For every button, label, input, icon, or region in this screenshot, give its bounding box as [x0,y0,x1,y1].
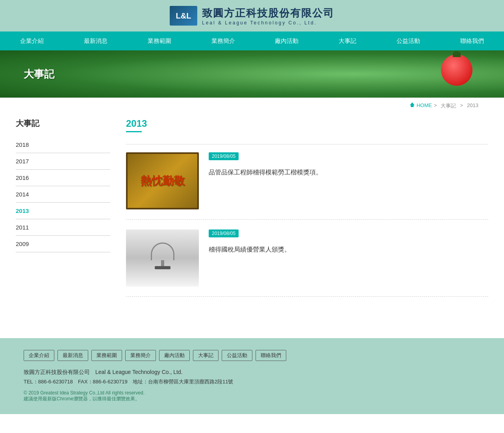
main-content: 2013 熱忱勤敬 2019/08/05 品管品保工程師稽得模範勞工楷模獎項。 [126,114,488,307]
logo-text: 致圓方正科技股份有限公司 Leal & League Technology Co… [202,6,334,26]
nav-item-charity[interactable]: 公益活動 [389,31,428,50]
sidebar-title: 大事記 [16,118,110,129]
article-info-1: 2019/08/05 品管品保工程師稽得模範勞工楷模獎項。 [209,152,488,209]
article-item: 2019/08/05 稽得國稅局績優營業人頒獎。 [126,229,488,297]
logo-icon: L&L [170,6,197,26]
sidebar-item-2018[interactable]: 2018 [16,137,110,153]
hero-banner: 大事記 [0,50,504,98]
footer-nav-services[interactable]: 業務範圍 [91,350,122,361]
footer-hint: 建議使用最新版Chrome瀏覽器，以獲得最佳瀏覽效果。 [24,396,480,402]
nav-item-news[interactable]: 最新消息 [76,31,115,50]
company-name-en: Leal & League Technology Co., Ltd. [202,20,334,26]
article-text-1: 品管品保工程師稽得模範勞工楷模獎項。 [209,167,488,178]
trophy-image [126,229,199,287]
footer-nav-news[interactable]: 最新消息 [57,350,88,361]
header: L&L 致圓方正科技股份有限公司 Leal & League Technolog… [0,0,504,31]
footer-nav-about[interactable]: 企業介紹 [24,350,54,361]
article-date-1: 2019/08/05 [209,152,239,160]
footer-nav-contact[interactable]: 聯絡我們 [256,350,286,361]
year-underline [126,131,142,132]
footer-nav-charity[interactable]: 公益活動 [222,350,252,361]
article-text-2: 稽得國稅局績優營業人頒獎。 [209,244,488,255]
sidebar-item-2009[interactable]: 2009 [16,236,110,252]
article-thumbnail-2 [126,229,199,287]
year-heading: 2013 [126,118,488,129]
company-name-cn: 致圓方正科技股份有限公司 [202,6,334,20]
nav-item-activities[interactable]: 廠內活動 [267,31,306,50]
article-thumbnail-1: 熱忱勤敬 [126,152,199,209]
article-info-2: 2019/08/05 稽得國稅局績優營業人頒獎。 [209,229,488,287]
hero-background [0,50,504,98]
sidebar-item-2013[interactable]: 2013 [16,203,110,219]
breadcrumb-home[interactable]: HOME [417,102,432,109]
nav-item-about[interactable]: 企業介紹 [12,31,52,50]
nav-item-contact[interactable]: 聯絡我們 [452,31,492,50]
top-divider [126,144,488,144]
logo-area: L&L 致圓方正科技股份有限公司 Leal & League Technolog… [170,6,334,26]
hero-title: 大事記 [24,67,54,81]
footer-nav-activities[interactable]: 廠內活動 [159,350,190,361]
breadcrumb-sep2: > [460,102,463,109]
trophy-cup [151,242,174,260]
breadcrumb-current: 2013 [467,102,478,109]
footer-contact: TEL：886-6-6230718 FAX：886-6-6230719 地址：台… [24,378,480,385]
breadcrumb-page: 大事記 [441,102,456,109]
footer-copyright: © 2019 Greatest Idea Strategy Co.,Ltd Al… [24,390,480,396]
logo-letters: L&L [176,11,191,20]
nav-item-milestones[interactable]: 大事記 [331,31,364,50]
article-date-2: 2019/08/05 [209,229,239,237]
sidebar-item-2011[interactable]: 2011 [16,219,110,236]
content-wrapper: 大事記 2018 2017 2016 2014 2013 2011 2009 2… [0,114,504,322]
trophy-stem [161,260,164,266]
trophy-base [155,266,170,269]
sidebar: 大事記 2018 2017 2016 2014 2013 2011 2009 [16,114,110,307]
award-image: 熱忱勤敬 [126,152,199,209]
main-nav: 企業介紹最新消息業務範圍業務簡介廠內活動大事記公益活動聯絡我們 [0,31,504,50]
footer-nav-intro[interactable]: 業務簡介 [125,350,156,361]
sidebar-item-2016[interactable]: 2016 [16,170,110,186]
footer-nav: 企業介紹 最新消息 業務範圍 業務簡介 廠內活動 大事記 公益活動 聯絡我們 [24,350,480,361]
breadcrumb-sep1: > [434,102,437,109]
home-icon [410,102,415,107]
article-item: 熱忱勤敬 2019/08/05 品管品保工程師稽得模範勞工楷模獎項。 [126,152,488,220]
breadcrumb: HOME > 大事記 > 2013 [0,98,504,114]
nav-item-intro[interactable]: 業務簡介 [204,31,243,50]
footer-company: 致圓方正科技股份有限公司 Leal & League Technology Co… [24,369,480,376]
trophy-icon [151,242,174,274]
nav-item-services[interactable]: 業務範圍 [140,31,179,50]
hero-decoration [441,54,472,86]
sidebar-item-2014[interactable]: 2014 [16,186,110,203]
footer-nav-milestones[interactable]: 大事記 [193,350,219,361]
sidebar-item-2017[interactable]: 2017 [16,153,110,170]
footer: 企業介紹 最新消息 業務範圍 業務簡介 廠內活動 大事記 公益活動 聯絡我們 致… [0,338,504,414]
